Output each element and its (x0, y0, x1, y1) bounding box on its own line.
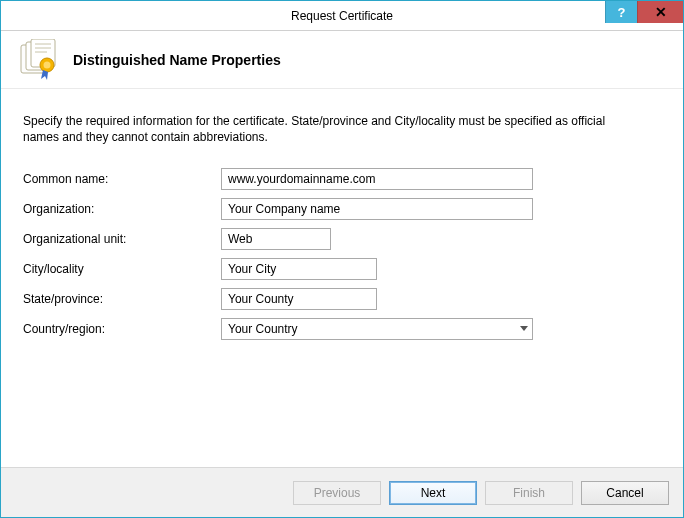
input-org-unit[interactable] (221, 228, 331, 250)
page-title: Distinguished Name Properties (73, 52, 281, 68)
label-state: State/province: (23, 292, 221, 306)
row-common-name: Common name: (23, 167, 661, 191)
label-country: Country/region: (23, 322, 221, 336)
wizard-footer: Previous Next Finish Cancel (1, 467, 683, 517)
input-city[interactable] (221, 258, 377, 280)
input-common-name[interactable] (221, 168, 533, 190)
row-country: Country/region: Your Country (23, 317, 661, 341)
input-organization[interactable] (221, 198, 533, 220)
help-button[interactable]: ? (605, 1, 637, 23)
row-org-unit: Organizational unit: (23, 227, 661, 251)
row-organization: Organization: (23, 197, 661, 221)
select-country[interactable]: Your Country (221, 318, 533, 340)
label-city: City/locality (23, 262, 221, 276)
next-button[interactable]: Next (389, 481, 477, 505)
window-title: Request Certificate (1, 1, 683, 30)
label-common-name: Common name: (23, 172, 221, 186)
label-organization: Organization: (23, 202, 221, 216)
instructions-text: Specify the required information for the… (23, 113, 643, 145)
svg-point-7 (44, 61, 51, 68)
wizard-body: Specify the required information for the… (1, 89, 683, 467)
label-org-unit: Organizational unit: (23, 232, 221, 246)
input-state[interactable] (221, 288, 377, 310)
wizard-header: Distinguished Name Properties (1, 31, 683, 89)
previous-button: Previous (293, 481, 381, 505)
cancel-button[interactable]: Cancel (581, 481, 669, 505)
title-bar: Request Certificate ? ✕ (1, 1, 683, 31)
row-city: City/locality (23, 257, 661, 281)
finish-button: Finish (485, 481, 573, 505)
request-certificate-dialog: Request Certificate ? ✕ Distinguished Na… (0, 0, 684, 518)
select-country-value: Your Country (221, 318, 533, 340)
close-button[interactable]: ✕ (637, 1, 683, 23)
certificate-icon (17, 39, 59, 81)
window-controls: ? ✕ (605, 1, 683, 23)
row-state: State/province: (23, 287, 661, 311)
